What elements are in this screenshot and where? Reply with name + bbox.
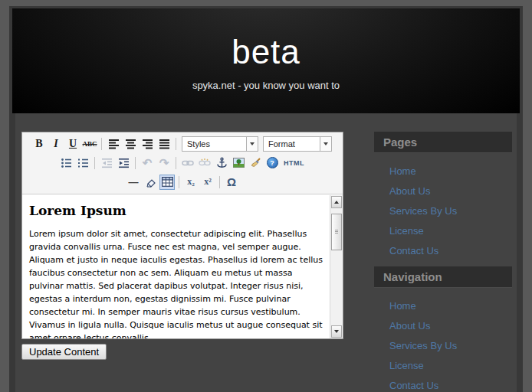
site-tagline: spyka.net - you know you want to (192, 80, 340, 91)
align-left-button[interactable] (106, 136, 121, 152)
strikethrough-icon: ABC (83, 140, 97, 148)
toolbar-separator (94, 157, 95, 169)
indent-button[interactable] (116, 155, 131, 171)
sidebar-section-navigation: Navigation Home About Us Services By Us … (374, 266, 512, 392)
editor-content-area[interactable]: Lorem Ipsum Lorem ipsum dolor sit amet, … (22, 194, 343, 338)
doc-paragraph-1: Lorem ipsum dolor sit amet, consectetur … (29, 227, 323, 338)
toolbar-separator (176, 157, 176, 169)
format-dropdown-arrow[interactable] (320, 137, 331, 151)
link-button[interactable] (180, 155, 195, 171)
toolbar-separator (219, 176, 220, 188)
doc-heading-1: Lorem Ipsum (29, 203, 323, 218)
image-button[interactable] (231, 155, 246, 171)
styles-dropdown-arrow[interactable] (246, 137, 258, 151)
sidebar-link-services-by-us[interactable]: Services By Us (389, 340, 457, 351)
bullet-list-button[interactable] (58, 155, 74, 171)
align-right-icon (142, 139, 153, 149)
list-item: Contact Us (374, 375, 512, 392)
omega-icon: Ω (227, 175, 236, 188)
help-icon: ? (267, 157, 278, 168)
main-area: B I U ABC (15, 113, 517, 392)
unlink-button[interactable] (197, 155, 212, 171)
site-title: beta (232, 35, 300, 69)
chevron-down-icon (323, 142, 328, 145)
list-item: Services By Us (374, 201, 512, 220)
sidebar-link-contact-us[interactable]: Contact Us (389, 380, 438, 391)
list-item: Services By Us (374, 335, 512, 355)
scroll-up-button[interactable] (331, 196, 342, 208)
italic-button[interactable]: I (48, 136, 64, 152)
superscript-button[interactable]: x² (200, 175, 215, 190)
toolbar-separator (176, 138, 176, 150)
cleanup-brush-icon (250, 157, 261, 168)
document[interactable]: Lorem Ipsum Lorem ipsum dolor sit amet, … (22, 195, 330, 338)
list-item: Contact Us (374, 240, 512, 260)
cleanup-brush-button[interactable] (248, 155, 263, 171)
justify-button[interactable] (156, 136, 172, 152)
sidebar-link-home[interactable]: Home (389, 165, 416, 177)
bold-icon: B (35, 138, 42, 150)
sidebar-link-home[interactable]: Home (389, 300, 416, 312)
pages-section-title: Pages (374, 132, 512, 153)
list-item: About Us (374, 315, 512, 335)
sidebar: Pages Home About Us Services By Us Licen… (374, 132, 512, 392)
triangle-down-icon (334, 330, 339, 333)
sidebar-link-license[interactable]: License (389, 225, 424, 237)
sidebar-link-license[interactable]: License (389, 360, 424, 371)
list-item: Home (374, 161, 512, 181)
toolbar-row-3: — x₂ x² Ω (22, 172, 343, 191)
sidebar-link-about-us[interactable]: About Us (389, 185, 430, 197)
editor-column: B I U ABC (21, 132, 343, 392)
toolbar-row-2: ↶ ↷ (22, 153, 343, 172)
numbered-list-button[interactable] (75, 155, 90, 171)
table-grid-icon (162, 177, 173, 187)
horizontal-rule-button[interactable]: — (126, 175, 141, 190)
update-content-button[interactable]: Update Content (21, 344, 107, 360)
format-dropdown-value: Format (264, 139, 320, 149)
italic-icon: I (54, 138, 57, 150)
underline-button[interactable]: U (65, 136, 80, 152)
pages-link-list: Home About Us Services By Us License Con… (374, 161, 512, 260)
toolbar-separator (179, 176, 179, 188)
align-center-icon (125, 139, 136, 149)
redo-icon: ↷ (159, 157, 169, 168)
site-header: beta spyka.net - you know you want to (12, 8, 520, 113)
triangle-up-icon (334, 201, 339, 204)
styles-dropdown[interactable]: Styles (182, 136, 258, 152)
toggle-guidelines-button[interactable] (159, 175, 175, 190)
bullet-list-icon (61, 158, 72, 168)
align-right-button[interactable] (140, 136, 155, 152)
anchor-button[interactable] (214, 155, 229, 171)
sidebar-link-about-us[interactable]: About Us (389, 320, 430, 332)
subscript-button[interactable]: x₂ (183, 175, 199, 190)
undo-button[interactable]: ↶ (140, 155, 155, 171)
navigation-section-title: Navigation (374, 266, 512, 288)
outdent-button[interactable] (99, 155, 114, 171)
remove-format-button[interactable] (143, 175, 158, 190)
vertical-scrollbar[interactable] (330, 195, 343, 338)
sidebar-section-pages: Pages Home About Us Services By Us Licen… (374, 132, 512, 260)
scrollbar-grip (335, 230, 338, 234)
sidebar-link-contact-us[interactable]: Contact Us (389, 245, 438, 256)
list-item: Home (374, 296, 512, 315)
html-source-button[interactable]: HTML (281, 155, 307, 171)
format-dropdown[interactable]: Format (263, 136, 332, 152)
bold-button[interactable]: B (31, 136, 47, 152)
image-icon (233, 158, 245, 168)
superscript-icon: x² (204, 176, 212, 188)
indent-icon (118, 158, 130, 168)
navigation-link-list: Home About Us Services By Us License Con… (374, 296, 512, 392)
scroll-down-button[interactable] (331, 325, 342, 338)
redo-button[interactable]: ↷ (156, 155, 172, 171)
underline-icon: U (69, 138, 77, 150)
sidebar-link-services-by-us[interactable]: Services By Us (389, 205, 457, 217)
help-button[interactable]: ? (264, 155, 280, 171)
numbered-list-icon (77, 158, 89, 168)
special-char-button[interactable]: Ω (224, 175, 239, 190)
toolbar-separator (135, 157, 136, 169)
chevron-down-icon (250, 142, 255, 145)
align-center-button[interactable] (123, 136, 138, 152)
strikethrough-button[interactable]: ABC (82, 136, 97, 152)
scrollbar-thumb[interactable] (331, 214, 342, 250)
justify-icon (159, 139, 170, 149)
